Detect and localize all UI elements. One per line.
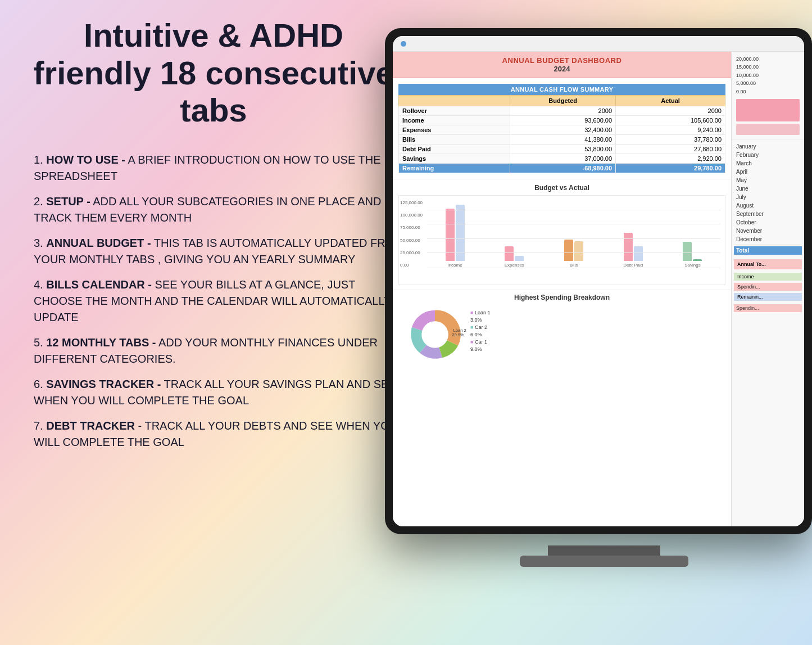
table-row: Savings 37,000.00 2,920.00 bbox=[399, 154, 725, 164]
remaining-box: Remainin... bbox=[734, 293, 802, 301]
bar-chart: 125,000.00 100,000.00 75,000.00 50,000.0… bbox=[398, 195, 725, 285]
cash-flow-table: Budgeted Actual Rollover 2000 2000 bbox=[398, 95, 725, 173]
table-row: Bills 41,380.00 37,780.00 bbox=[399, 135, 725, 145]
device-stand-base bbox=[520, 556, 688, 567]
right-panel: 20,000.00 15,000.00 10,000.00 5,000.00 0… bbox=[731, 52, 804, 526]
month-june[interactable]: June bbox=[734, 184, 802, 193]
donut-chart: Loan 2 29.9% bbox=[398, 304, 466, 360]
row-actual: 27,880.00 bbox=[616, 145, 725, 154]
y-label: 25,000.00 bbox=[400, 250, 423, 255]
item-bold: 12 MONTHLY TABS - bbox=[46, 336, 156, 349]
item-num: 2. bbox=[34, 195, 46, 208]
month-january[interactable]: January bbox=[734, 142, 802, 151]
grid-line bbox=[427, 210, 720, 210]
row-label: Remaining bbox=[399, 164, 510, 173]
y-label: 125,000.00 bbox=[400, 200, 423, 205]
cash-flow-header: ANNUAL CASH FLOW SUMMARY bbox=[398, 84, 725, 95]
bar-label: Savings bbox=[684, 263, 700, 268]
dashboard-header: ANNUAL BUDGET DASHBOARD 2024 bbox=[393, 52, 731, 78]
annual-total-label: Annual To... bbox=[737, 261, 766, 267]
row-label: Debt Paid bbox=[399, 145, 510, 154]
col-header-actual: Actual bbox=[616, 96, 725, 106]
bar-pair bbox=[624, 233, 643, 261]
month-april[interactable]: April bbox=[734, 168, 802, 176]
donut-label-item: ■ Car 2 bbox=[470, 324, 490, 330]
month-may[interactable]: May bbox=[734, 176, 802, 184]
annual-total-box: Annual To... bbox=[734, 259, 802, 269]
bar-pair bbox=[683, 242, 702, 261]
bar-budgeted bbox=[683, 242, 692, 261]
bar-pair bbox=[505, 246, 524, 261]
row-actual: 105,600.00 bbox=[616, 116, 725, 125]
window-control bbox=[401, 41, 406, 47]
list-item: 5. 12 MONTHLY TABS - ADD YOUR MONTHLY FI… bbox=[22, 335, 405, 367]
list-item: 6. SAVINGS TRACKER - TRACK ALL YOUR SAVI… bbox=[22, 376, 405, 409]
month-november[interactable]: November bbox=[734, 227, 802, 235]
right-bar-chart-2 bbox=[736, 124, 800, 135]
list-item: 1. HOW TO USE - A BRIEF INTRODUCTION ON … bbox=[22, 152, 405, 184]
row-budgeted: 93,600.00 bbox=[510, 116, 616, 125]
screen-top-bar bbox=[393, 36, 804, 52]
donut-container: Loan 2 29.9% ■ Loan 1 3.0% bbox=[398, 304, 725, 360]
row-budgeted: 41,380.00 bbox=[510, 135, 616, 145]
item-bold: ANNUAL BUDGET - bbox=[46, 237, 151, 249]
table-row: Rollover 2000 2000 bbox=[399, 106, 725, 116]
bar-budgeted bbox=[564, 240, 573, 261]
device-wrapper: ANNUAL BUDGET DASHBOARD 2024 ANNUAL CASH… bbox=[385, 28, 812, 557]
row-label: Savings bbox=[399, 154, 510, 164]
donut-label-item: 9.0% bbox=[470, 346, 490, 352]
row-budgeted: -68,980.00 bbox=[510, 164, 616, 173]
month-september[interactable]: September bbox=[734, 210, 802, 218]
list-item: 3. ANNUAL BUDGET - THIS TAB IS AUTOMATIC… bbox=[22, 235, 405, 268]
bar-label: Debt Paid bbox=[623, 263, 643, 268]
col-header-label bbox=[399, 96, 510, 106]
bar-budgeted bbox=[624, 233, 633, 261]
bottom-label: Spendin... bbox=[736, 305, 759, 311]
month-december[interactable]: December bbox=[734, 235, 802, 243]
bottom-spending-box: Spendin... bbox=[734, 304, 802, 312]
right-value: 15,000.00 bbox=[736, 63, 800, 71]
row-label: Income bbox=[399, 116, 510, 125]
donut-label-item: ■ Loan 1 bbox=[470, 310, 490, 315]
right-value: 10,000.00 bbox=[736, 71, 800, 79]
label-value: 9.0% bbox=[470, 346, 482, 352]
grid-line bbox=[427, 224, 720, 224]
spending-label: Spendin... bbox=[737, 284, 760, 290]
donut-section: Highest Spending Breakdown bbox=[393, 290, 731, 363]
list-item: 4. BILLS CALENDAR - SEE YOUR BILLS AT A … bbox=[22, 277, 405, 326]
month-october[interactable]: October bbox=[734, 218, 802, 227]
months-list: January February March April May June Ju… bbox=[732, 140, 804, 257]
bar-label: Income bbox=[447, 263, 462, 268]
income-box: Income bbox=[734, 273, 802, 281]
month-february[interactable]: February bbox=[734, 151, 802, 159]
bar-actual bbox=[515, 256, 524, 261]
bar-group-expenses: Expenses bbox=[505, 246, 524, 268]
main-title: Intuitive & ADHD friendly 18 consecutive… bbox=[22, 17, 405, 129]
label-text: Car 1 bbox=[475, 339, 487, 345]
right-bar-chart bbox=[736, 99, 800, 121]
bar-actual bbox=[634, 246, 643, 261]
month-july[interactable]: July bbox=[734, 193, 802, 201]
donut-label-item: ■ Car 1 bbox=[470, 339, 490, 345]
donut-labels: ■ Loan 1 3.0% ■ Car 2 6.0% bbox=[470, 310, 490, 354]
label-text: Car 2 bbox=[475, 324, 487, 330]
features-list: 1. HOW TO USE - A BRIEF INTRODUCTION ON … bbox=[22, 152, 405, 450]
donut-center bbox=[421, 321, 448, 348]
month-march[interactable]: March bbox=[734, 159, 802, 168]
row-actual: 9,240.00 bbox=[616, 125, 725, 135]
item-num: 6. bbox=[34, 378, 43, 390]
table-row: Expenses 32,400.00 9,240.00 bbox=[399, 125, 725, 135]
remaining-label: Remainin... bbox=[737, 294, 763, 300]
y-axis-labels: 125,000.00 100,000.00 75,000.00 50,000.0… bbox=[400, 200, 423, 268]
row-label: Rollover bbox=[399, 106, 510, 116]
y-label: 50,000.00 bbox=[400, 238, 423, 243]
month-total[interactable]: Total bbox=[734, 246, 802, 255]
col-header-budgeted: Budgeted bbox=[510, 96, 616, 106]
item-bold: HOW TO USE - bbox=[46, 154, 125, 166]
month-august[interactable]: August bbox=[734, 201, 802, 210]
item-num: 5. bbox=[34, 336, 46, 349]
donut-value-loan2: 29.9% bbox=[452, 332, 464, 337]
bar-group-savings: Savings bbox=[683, 242, 702, 268]
grid-line bbox=[427, 238, 720, 239]
y-label: 100,000.00 bbox=[400, 213, 423, 218]
